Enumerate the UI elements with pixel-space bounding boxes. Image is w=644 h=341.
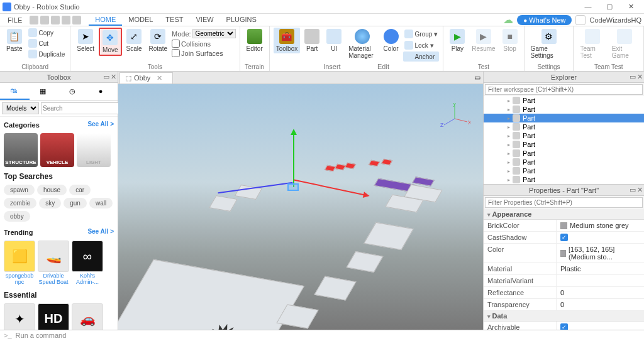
play-button[interactable]: ▶Play bbox=[447, 28, 467, 53]
quick-icon[interactable] bbox=[30, 16, 38, 24]
model-card[interactable]: 🟨spongebob npc bbox=[4, 241, 35, 286]
axis-widget[interactable]: xyz bbox=[439, 103, 470, 134]
prop-row[interactable]: Reflectance0 bbox=[484, 287, 644, 299]
x-axis-handle[interactable] bbox=[294, 180, 368, 197]
undock-icon[interactable]: ▭ bbox=[630, 73, 636, 81]
duplicate-button[interactable]: Duplicate bbox=[27, 49, 67, 59]
doc-tab[interactable]: ⬚Obby ✕ bbox=[119, 72, 173, 84]
user-icon[interactable] bbox=[575, 15, 586, 25]
seeall-link[interactable]: See All > bbox=[87, 121, 114, 127]
game-settings-button[interactable]: ⚙Game Settings bbox=[528, 28, 570, 60]
close-icon[interactable]: ✕ bbox=[111, 73, 116, 81]
undock-icon[interactable]: ▭ bbox=[630, 186, 636, 194]
tree-item-part[interactable]: ▸Part bbox=[484, 149, 644, 158]
chip[interactable]: spawn bbox=[4, 185, 35, 195]
close-button[interactable]: ✕ bbox=[620, 1, 641, 13]
prop-row[interactable]: MaterialVariant bbox=[484, 275, 644, 287]
tree-item-part[interactable]: ▸Part bbox=[484, 131, 644, 140]
quick-icon[interactable] bbox=[62, 16, 70, 24]
scale-button[interactable]: ⤢Scale bbox=[124, 28, 145, 53]
exit-game-button[interactable]: Exit Game bbox=[609, 28, 640, 60]
tab-home[interactable]: HOME bbox=[89, 14, 122, 26]
chip[interactable]: zombie bbox=[4, 198, 36, 208]
prop-row[interactable]: Color[163, 162, 165] (Medium sto... bbox=[484, 244, 644, 263]
toolbox-tab-create[interactable]: ● bbox=[88, 83, 118, 100]
tab-plugins[interactable]: PLUGINS bbox=[220, 14, 263, 26]
quick-icon[interactable] bbox=[40, 16, 49, 24]
file-menu[interactable]: FILE bbox=[3, 15, 27, 25]
quick-icon[interactable] bbox=[72, 16, 81, 24]
quick-icon[interactable] bbox=[51, 16, 60, 24]
toolbox-tab-inventory[interactable]: ▦ bbox=[30, 83, 59, 100]
close-icon[interactable]: ✕ bbox=[637, 73, 643, 81]
explorer-filter[interactable] bbox=[485, 84, 643, 95]
resume-button[interactable]: ▶Resume bbox=[469, 28, 497, 53]
properties-filter[interactable] bbox=[485, 197, 643, 208]
chip[interactable]: gun bbox=[64, 198, 87, 208]
checkbox-icon[interactable]: ✓ bbox=[560, 234, 568, 241]
chip[interactable]: car bbox=[69, 185, 91, 195]
anchor-button[interactable]: Anchor bbox=[403, 51, 440, 62]
search-input[interactable] bbox=[41, 102, 125, 114]
selected-part[interactable] bbox=[287, 183, 299, 191]
tree-item-part[interactable]: ▸Part bbox=[484, 105, 644, 114]
tree-item-part[interactable]: ▸Part bbox=[484, 122, 644, 131]
cut-button[interactable]: Cut bbox=[27, 38, 67, 48]
tab-model[interactable]: MODEL bbox=[122, 14, 159, 26]
join-check[interactable]: Join Surfaces bbox=[172, 49, 236, 57]
toolbox-tab-recent[interactable]: ◷ bbox=[59, 83, 89, 100]
chip[interactable]: obby bbox=[4, 211, 30, 222]
chip[interactable]: house bbox=[37, 185, 67, 195]
copy-button[interactable]: Copy bbox=[27, 28, 67, 38]
chip[interactable]: wall bbox=[89, 198, 113, 208]
seeall-link[interactable]: See All > bbox=[87, 228, 114, 235]
model-card[interactable]: 🚗 bbox=[72, 303, 103, 330]
checkbox-icon[interactable]: ✓ bbox=[560, 323, 568, 330]
prop-row[interactable]: Transparency0 bbox=[484, 299, 644, 311]
prop-row[interactable]: MaterialPlastic bbox=[484, 263, 644, 275]
viewport-3d[interactable]: ✹ xyz bbox=[118, 84, 483, 330]
tree-item-part[interactable]: ▸Part bbox=[484, 96, 644, 105]
group-button[interactable]: Group ▾ bbox=[403, 29, 440, 39]
minimize-button[interactable]: — bbox=[577, 1, 599, 13]
expand-icon[interactable]: ▭ bbox=[474, 73, 480, 82]
models-select[interactable]: Models bbox=[2, 102, 39, 114]
move-button[interactable]: ✥Move bbox=[99, 28, 121, 56]
cat-vehicle[interactable]: VEHICLE bbox=[40, 133, 74, 167]
collisions-check[interactable]: Collisions bbox=[172, 40, 236, 48]
material-button[interactable]: Material Manager bbox=[346, 28, 379, 60]
part-button[interactable]: Part bbox=[302, 28, 322, 53]
tab-view[interactable]: VIEW bbox=[189, 14, 219, 26]
select-button[interactable]: ➤Select bbox=[74, 28, 97, 53]
tree-item-part[interactable]: ▸Part bbox=[484, 140, 644, 149]
close-icon[interactable]: ✕ bbox=[637, 186, 643, 194]
prop-category[interactable]: Appearance bbox=[484, 209, 644, 220]
tree-item-part[interactable]: ▸Part bbox=[484, 175, 644, 184]
rotate-button[interactable]: ⟳Rotate bbox=[147, 28, 170, 53]
model-card[interactable]: ✦ bbox=[4, 303, 35, 330]
prop-row[interactable]: Archivable✓ bbox=[484, 322, 644, 330]
model-card[interactable]: HD bbox=[38, 303, 69, 330]
prop-row[interactable]: CastShadow✓ bbox=[484, 232, 644, 244]
tree-item-part[interactable]: ▸Part bbox=[484, 166, 644, 175]
team-test-button[interactable]: Team Test bbox=[577, 28, 607, 60]
whats-new-button[interactable]: ● What's New bbox=[517, 15, 572, 25]
color-button[interactable]: Color bbox=[381, 28, 401, 53]
prop-row[interactable]: BrickColorMedium stone grey bbox=[484, 220, 644, 232]
model-card[interactable]: 🚤Drivable Speed Boat bbox=[38, 241, 69, 286]
stop-button[interactable]: ■Stop bbox=[500, 28, 520, 53]
cat-light[interactable]: LIGHT bbox=[77, 133, 111, 167]
tree-item-part[interactable]: ▸Part bbox=[484, 114, 644, 122]
toolbox-button[interactable]: 🧰Toolbox bbox=[274, 28, 300, 53]
ui-button[interactable]: UI bbox=[324, 28, 344, 53]
mode-select[interactable]: Mode: Geometric bbox=[172, 29, 236, 38]
toolbox-tab-marketplace[interactable]: 🛍 bbox=[0, 83, 30, 100]
cat-structure[interactable]: STRUCTURE bbox=[4, 133, 38, 167]
terrain-editor-button[interactable]: Editor bbox=[244, 28, 265, 53]
prop-category[interactable]: Data bbox=[484, 311, 644, 322]
chip[interactable]: sky bbox=[39, 198, 61, 208]
model-card[interactable]: ∞Kohl's Admin-... bbox=[72, 241, 103, 286]
username[interactable]: CodeWizardsHQ bbox=[589, 16, 641, 24]
maximize-button[interactable]: ▢ bbox=[599, 1, 620, 13]
close-icon[interactable]: ✕ bbox=[157, 74, 162, 82]
